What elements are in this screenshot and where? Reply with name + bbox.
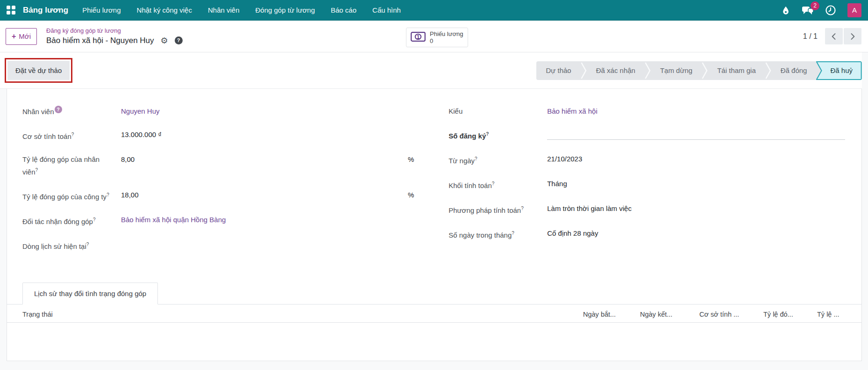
statusbar: Dự thảo Đã xác nhận Tạm dừng Tái tham gi… bbox=[536, 61, 862, 80]
stage-separator bbox=[765, 61, 771, 80]
field-ty-le-cong-ty: Tỷ lệ đóng góp của công ty? 18,00% bbox=[22, 189, 414, 202]
form-sheet: Nhân viên? Nguyen Huy Cơ sở tính toán? 1… bbox=[7, 89, 862, 361]
stage-separator bbox=[645, 61, 651, 80]
drop-icon[interactable] bbox=[781, 5, 790, 15]
page-title: Bảo hiểm xã hội - Nguyen Huy bbox=[46, 36, 154, 45]
pager-previous-button[interactable] bbox=[825, 28, 843, 44]
app-name[interactable]: Bảng lương bbox=[23, 6, 68, 15]
field-nhan-vien: Nhân viên? Nguyen Huy bbox=[22, 106, 414, 117]
field-value[interactable]: Làm tròn thời gian làm việc bbox=[547, 203, 632, 214]
field-ty-le-nhan-vien: Tỷ lệ đóng góp của nhân viên? 8,00% bbox=[22, 154, 414, 177]
stage-separator bbox=[581, 61, 587, 80]
field-value[interactable]: 13.000.000 ₫ bbox=[121, 129, 162, 140]
control-panel: + Mới Đăng ký đóng góp từ lương Bảo hiểm… bbox=[0, 21, 868, 52]
field-value[interactable]: Cố định 28 ngày bbox=[547, 228, 598, 239]
nav-cau-hinh[interactable]: Cấu hình bbox=[372, 6, 401, 14]
column-trang-thai[interactable]: Trạng thái bbox=[22, 311, 53, 318]
payslips-smart-button[interactable]: 1 Phiếu lương 0 bbox=[406, 28, 468, 47]
breadcrumb: Đăng ký đóng góp từ lương Bảo hiểm xã hộ… bbox=[46, 27, 183, 46]
field-label: Phương pháp tính toán? bbox=[448, 203, 547, 216]
percent-suffix: % bbox=[408, 189, 414, 200]
field-value[interactable]: 18,00 bbox=[121, 189, 139, 200]
registration-number-input[interactable] bbox=[547, 129, 845, 140]
date-from-value[interactable]: 21/10/2023 bbox=[547, 153, 582, 164]
apps-menu-icon[interactable] bbox=[7, 6, 15, 15]
user-avatar[interactable]: A bbox=[847, 3, 861, 17]
form-left-group: Nhân viên? Nguyen Huy Cơ sở tính toán? 1… bbox=[22, 106, 414, 264]
stage-tam-dung[interactable]: Tạm dừng bbox=[651, 61, 702, 80]
field-khoi-tinh-toan: Khối tính toán? Tháng bbox=[448, 178, 845, 191]
percent-suffix: % bbox=[408, 154, 414, 165]
field-dong-lich-su: Dòng lịch sử hiện tại? bbox=[22, 239, 414, 252]
tab-history[interactable]: Lịch sử thay đổi tình trạng đóng góp bbox=[22, 283, 158, 305]
column-co-so-tinh[interactable]: Cơ sở tính ... bbox=[699, 311, 751, 318]
smart-button-count: 0 bbox=[430, 37, 463, 44]
field-co-so-tinh-toan: Cơ sở tính toán? 13.000.000 ₫ bbox=[22, 129, 414, 142]
stage-da-xac-nhan[interactable]: Đã xác nhận bbox=[587, 61, 645, 80]
activities-clock-icon[interactable] bbox=[825, 5, 836, 16]
field-label: Kiểu bbox=[448, 106, 547, 116]
notebook: Lịch sử thay đổi tình trạng đóng góp Trạ… bbox=[7, 283, 861, 345]
svg-text:1: 1 bbox=[417, 34, 420, 40]
form-statusbar-row: Đặt về dự thảo Dự thảo Đã xác nhận Tạm d… bbox=[0, 52, 862, 89]
field-label: Đối tác nhận đóng góp? bbox=[22, 214, 121, 227]
nav-nhat-ky-cong-viec[interactable]: Nhật ký công việc bbox=[137, 6, 192, 14]
field-label: Tỷ lệ đóng góp của công ty? bbox=[22, 189, 121, 202]
field-kieu: Kiểu Bảo hiểm xã hội bbox=[448, 106, 845, 116]
systray: 2 A bbox=[781, 3, 861, 17]
list-header-row: Trạng thái Ngày bắt... Ngày kết... Cơ sở… bbox=[7, 305, 861, 323]
set-to-draft-button[interactable]: Đặt về dự thảo bbox=[7, 61, 70, 80]
column-ngay-ket-thuc[interactable]: Ngày kết... bbox=[640, 311, 687, 318]
pager-value: 1 / 1 bbox=[803, 32, 818, 41]
field-value[interactable]: Tháng bbox=[547, 178, 567, 189]
plus-icon: + bbox=[12, 32, 16, 41]
partner-link[interactable]: Bảo hiểm xã hội quận Hồng Bàng bbox=[121, 214, 226, 225]
nav-dong-gop-tu-luong[interactable]: Đóng góp từ lương bbox=[256, 6, 315, 14]
field-help-badge[interactable]: ? bbox=[55, 106, 62, 113]
messages-count-badge: 2 bbox=[811, 1, 819, 10]
field-label: Nhân viên? bbox=[22, 106, 121, 117]
field-label: Tỷ lệ đóng góp của nhân viên? bbox=[22, 154, 121, 177]
field-doi-tac: Đối tác nhận đóng góp? Bảo hiểm xã hội q… bbox=[22, 214, 414, 227]
stage-da-huy-active[interactable]: Đã huỷ bbox=[816, 61, 862, 80]
field-tu-ngay: Từ ngày? 21/10/2023 bbox=[448, 153, 845, 166]
top-navigation: Phiếu lương Nhật ký công việc Nhân viên … bbox=[82, 6, 401, 14]
field-so-ngay-trong-thang: Số ngày trong tháng? Cố định 28 ngày bbox=[448, 228, 845, 240]
stage-du-thao[interactable]: Dự thảo bbox=[536, 61, 580, 80]
field-label: Cơ sở tính toán? bbox=[22, 129, 121, 142]
pager-next-button[interactable] bbox=[844, 28, 861, 44]
field-label: Dòng lịch sử hiện tại? bbox=[22, 239, 121, 252]
field-phuong-phap: Phương pháp tính toán? Làm tròn thời gia… bbox=[448, 203, 845, 216]
nav-phieu-luong[interactable]: Phiếu lương bbox=[82, 6, 121, 14]
stage-separator bbox=[702, 61, 708, 80]
stage-tai-tham-gia[interactable]: Tái tham gia bbox=[708, 61, 765, 80]
field-label: Từ ngày? bbox=[448, 153, 547, 166]
messages-icon[interactable]: 2 bbox=[802, 5, 814, 15]
field-label: Số đăng ký? bbox=[448, 129, 547, 141]
column-ty-le-2[interactable]: Tỷ lệ ... bbox=[817, 311, 845, 318]
topbar: Bảng lương Phiếu lương Nhật ký công việc… bbox=[0, 0, 868, 21]
form-right-group: Kiểu Bảo hiểm xã hội Số đăng ký? Từ ngày… bbox=[448, 106, 845, 264]
annotation-highlight: Đặt về dự thảo bbox=[5, 58, 72, 83]
nav-bao-cao[interactable]: Báo cáo bbox=[331, 6, 356, 14]
column-ngay-bat-dau[interactable]: Ngày bắt... bbox=[583, 311, 627, 318]
new-record-button[interactable]: + Mới bbox=[6, 28, 37, 45]
type-link[interactable]: Bảo hiểm xã hội bbox=[547, 106, 598, 116]
employee-link[interactable]: Nguyen Huy bbox=[121, 106, 160, 116]
gear-icon[interactable]: ⚙ bbox=[161, 36, 168, 45]
field-value[interactable]: 8,00 bbox=[121, 154, 135, 165]
field-label: Số ngày trong tháng? bbox=[448, 228, 547, 240]
help-icon[interactable]: ? bbox=[175, 36, 183, 44]
field-so-dang-ky: Số đăng ký? bbox=[448, 129, 845, 141]
pager: 1 / 1 bbox=[803, 28, 862, 44]
stage-da-dong[interactable]: Đã đóng bbox=[771, 61, 817, 80]
banknote-icon: 1 bbox=[411, 32, 426, 43]
nav-nhan-vien[interactable]: Nhân viên bbox=[208, 6, 240, 14]
field-label: Khối tính toán? bbox=[448, 178, 547, 191]
smart-button-label: Phiếu lương bbox=[430, 30, 463, 37]
tab-strip: Lịch sử thay đổi tình trạng đóng góp bbox=[7, 283, 861, 305]
breadcrumb-parent-link[interactable]: Đăng ký đóng góp từ lương bbox=[46, 27, 183, 35]
empty-list-area[interactable] bbox=[7, 323, 861, 345]
column-ty-le-1[interactable]: Tỷ lệ đó... bbox=[763, 311, 804, 318]
